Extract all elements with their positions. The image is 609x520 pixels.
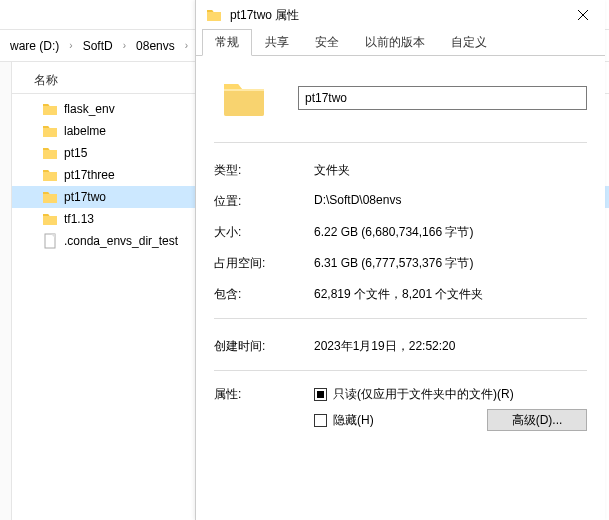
readonly-checkbox[interactable] (314, 388, 327, 401)
tabstrip: 常规 共享 安全 以前的版本 自定义 (196, 30, 605, 56)
tab-previous-versions[interactable]: 以前的版本 (352, 29, 438, 55)
tab-general[interactable]: 常规 (202, 29, 252, 56)
file-name: flask_env (64, 102, 115, 116)
divider (214, 318, 587, 319)
file-name: .conda_envs_dir_test (64, 234, 178, 248)
folder-icon (42, 123, 58, 139)
file-name: pt15 (64, 146, 87, 160)
value-contains: 62,819 个文件，8,201 个文件夹 (314, 286, 587, 303)
file-name: tf1.13 (64, 212, 94, 226)
divider (214, 370, 587, 371)
label-location: 位置: (214, 193, 314, 210)
folder-icon (42, 145, 58, 161)
dialog-title: pt17two 属性 (230, 7, 560, 24)
advanced-button[interactable]: 高级(D)... (487, 409, 587, 431)
value-type: 文件夹 (314, 162, 587, 179)
label-type: 类型: (214, 162, 314, 179)
chevron-right-icon: › (185, 40, 188, 51)
breadcrumb-seg[interactable]: 08envs (130, 35, 181, 57)
value-size-on-disk: 6.31 GB (6,777,573,376 字节) (314, 255, 587, 272)
value-size: 6.22 GB (6,680,734,166 字节) (314, 224, 587, 241)
properties-dialog: pt17two 属性 常规 共享 安全 以前的版本 自定义 类型:文件夹 位置:… (195, 0, 605, 520)
file-name: pt17two (64, 190, 106, 204)
file-name: labelme (64, 124, 106, 138)
file-name: pt17three (64, 168, 115, 182)
close-icon (578, 10, 588, 20)
folder-icon (42, 189, 58, 205)
tab-content: 类型:文件夹 位置:D:\SoftD\08envs 大小:6.22 GB (6,… (196, 56, 605, 444)
folder-icon (42, 167, 58, 183)
column-header-label: 名称 (34, 72, 58, 89)
hidden-checkbox[interactable] (314, 414, 327, 427)
label-size-on-disk: 占用空间: (214, 255, 314, 272)
label-created: 创建时间: (214, 338, 314, 355)
folder-icon (220, 74, 268, 122)
value-created: 2023年1月19日，22:52:20 (314, 338, 587, 355)
value-location: D:\SoftD\08envs (314, 193, 587, 207)
folder-icon (42, 101, 58, 117)
label-contains: 包含: (214, 286, 314, 303)
chevron-right-icon: › (123, 40, 126, 51)
titlebar: pt17two 属性 (196, 0, 605, 30)
chevron-right-icon: › (69, 40, 72, 51)
hidden-label: 隐藏(H) (333, 412, 374, 429)
divider (214, 142, 587, 143)
folder-icon (42, 211, 58, 227)
tab-customize[interactable]: 自定义 (438, 29, 500, 55)
nav-pane (0, 62, 12, 520)
label-size: 大小: (214, 224, 314, 241)
breadcrumb-seg[interactable]: SoftD (77, 35, 119, 57)
breadcrumb-seg[interactable]: ware (D:) (4, 35, 65, 57)
tab-security[interactable]: 安全 (302, 29, 352, 55)
folder-icon (206, 7, 222, 23)
close-button[interactable] (560, 0, 605, 30)
tab-sharing[interactable]: 共享 (252, 29, 302, 55)
readonly-label: 只读(仅应用于文件夹中的文件)(R) (333, 386, 514, 403)
folder-name-input[interactable] (298, 86, 587, 110)
label-attributes: 属性: (214, 386, 314, 403)
file-icon (42, 233, 58, 249)
